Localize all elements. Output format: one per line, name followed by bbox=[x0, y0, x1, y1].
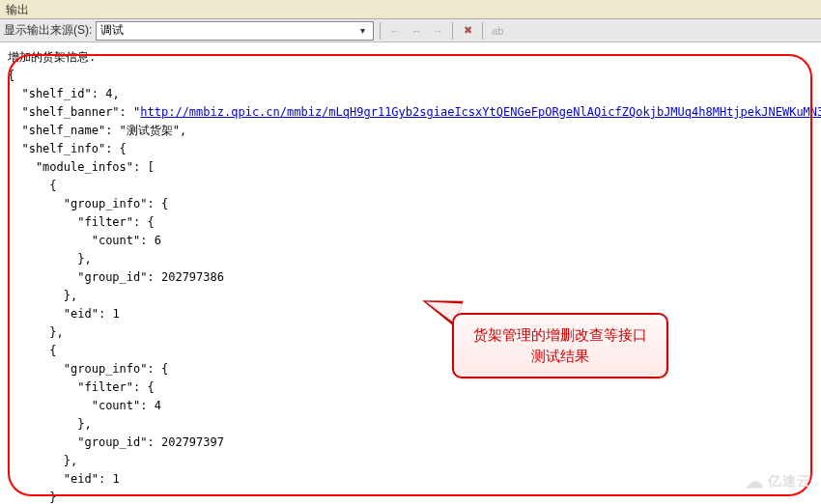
output-header: 增加的货架信息: bbox=[8, 50, 96, 64]
word-wrap-icon[interactable]: ab bbox=[489, 22, 506, 40]
shelf-banner-link[interactable]: http://mmbiz.qpic.cn/mmbiz/mLqH9gr11Gyb2… bbox=[140, 105, 821, 119]
clear-all-icon[interactable]: ✖ bbox=[459, 22, 476, 40]
callout-line-2: 测试结果 bbox=[473, 346, 647, 367]
eid-0: 1 bbox=[112, 307, 119, 321]
eid-1: 1 bbox=[112, 472, 119, 486]
divider bbox=[380, 22, 381, 40]
count-0: 6 bbox=[155, 234, 161, 247]
divider bbox=[482, 22, 483, 40]
count-1: 4 bbox=[155, 399, 161, 412]
group-id-1: 202797397 bbox=[161, 435, 224, 449]
output-source-value: 调试 bbox=[100, 22, 355, 39]
callout-line-1: 货架管理的增删改查等接口 bbox=[473, 324, 647, 346]
shelf-id-value: 4 bbox=[105, 87, 112, 100]
chevron-down-icon: ▾ bbox=[355, 25, 369, 36]
indent-center-icon[interactable]: ↔ bbox=[408, 22, 425, 40]
shelf-name-value: 测试货架 bbox=[127, 124, 173, 137]
output-toolbar: 显示输出来源(S): 调试 ▾ ← ↔ → ✖ ab bbox=[0, 19, 821, 42]
output-text-area[interactable]: 增加的货架信息: { "shelf_id": 4, "shelf_banner"… bbox=[0, 42, 821, 504]
annotation-callout: 货架管理的增删改查等接口 测试结果 bbox=[452, 313, 668, 378]
shelf-banner-key: "shelf_banner": " bbox=[8, 105, 140, 119]
indent-right-icon[interactable]: → bbox=[429, 22, 446, 40]
output-source-label: 显示输出来源(S): bbox=[4, 22, 92, 39]
indent-left-icon[interactable]: ← bbox=[386, 22, 404, 40]
group-id-0: 202797386 bbox=[161, 270, 224, 284]
divider bbox=[452, 22, 453, 40]
window-title-bar: 输出 bbox=[0, 0, 821, 19]
watermark-text: 亿速云 bbox=[768, 473, 811, 490]
output-source-select[interactable]: 调试 ▾ bbox=[96, 21, 374, 41]
cloud-icon: ☁ bbox=[746, 471, 764, 492]
window-title: 输出 bbox=[6, 3, 29, 16]
watermark: ☁ 亿速云 bbox=[746, 471, 811, 492]
